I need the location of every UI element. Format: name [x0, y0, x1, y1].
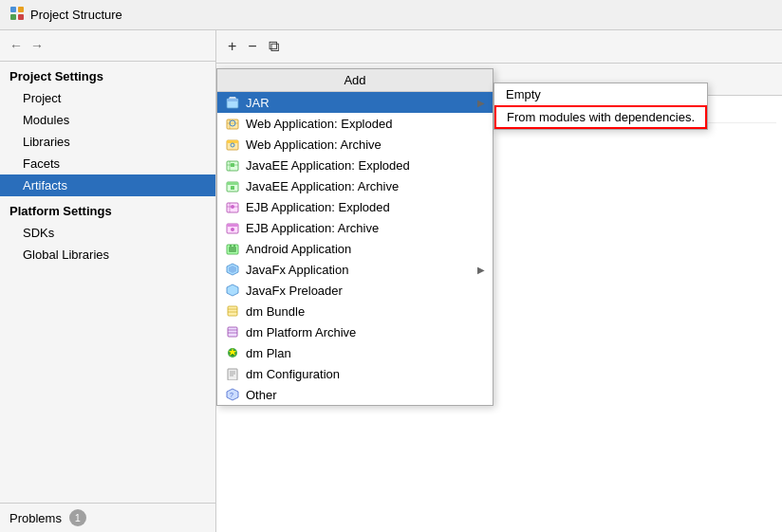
dropdown-item-javafx-app[interactable]: JavaFx Application ▶: [217, 259, 493, 280]
submenu-item-empty[interactable]: Empty: [494, 83, 707, 105]
dropdown-item-javafx-preloader-label: JavaFx Preloader: [246, 284, 343, 298]
ejb-archive-icon: [225, 220, 240, 235]
svg-rect-40: [231, 186, 234, 190]
dropdown-item-ejb-exploded[interactable]: EJB Application: Exploded: [217, 196, 493, 217]
dropdown-item-javaee-archive-label: JavaEE Application: Archive: [246, 179, 399, 193]
dropdown-item-javaee-archive[interactable]: JavaEE Application: Archive: [217, 175, 493, 196]
web-archive-icon: [225, 137, 240, 152]
dropdown-item-web-exploded-label: Web Application: Exploded: [246, 117, 392, 131]
dropdown-item-dm-platform-archive-label: dm Platform Archive: [246, 325, 356, 339]
nav-arrows: ← →: [0, 30, 215, 62]
svg-rect-39: [227, 182, 238, 185]
dropdown-item-ejb-archive-label: EJB Application: Archive: [246, 221, 379, 235]
sidebar-item-facets[interactable]: Facets: [0, 153, 215, 174]
dm-plan-icon: [225, 345, 240, 360]
nav-back-button[interactable]: ←: [9, 38, 23, 53]
dropdown-item-javaee-exploded[interactable]: JavaEE Application: Exploded: [217, 155, 493, 175]
dropdown-item-android-label: Android Application: [246, 242, 351, 256]
svg-rect-3: [18, 14, 24, 20]
javaee-exploded-icon: [225, 157, 240, 173]
dropdown-item-web-exploded[interactable]: Web Application: Exploded: [217, 113, 493, 134]
ejb-exploded-icon: [225, 199, 240, 214]
svg-rect-29: [227, 99, 238, 101]
app-icon: [9, 6, 25, 24]
dm-configuration-icon: [225, 366, 240, 381]
svg-rect-44: [227, 224, 238, 227]
problems-label: Problems: [9, 511, 62, 525]
svg-rect-58: [228, 369, 237, 380]
sidebar-item-modules[interactable]: Modules: [0, 109, 215, 131]
add-button[interactable]: +: [224, 36, 240, 57]
remove-button[interactable]: −: [244, 36, 260, 57]
dropdown-item-ejb-archive[interactable]: EJB Application: Archive: [217, 217, 493, 238]
dropdown-header: Add: [217, 69, 493, 92]
dm-platform-archive-icon: [225, 324, 240, 339]
javafx-preloader-icon: [225, 283, 240, 298]
sidebar-item-libraries[interactable]: Libraries: [0, 131, 215, 153]
svg-text:?: ?: [230, 392, 233, 398]
javafx-app-icon: [225, 262, 240, 277]
svg-point-49: [233, 245, 235, 247]
other-icon: ?: [225, 387, 240, 402]
dropdown-item-dm-bundle-label: dm Bundle: [246, 304, 305, 319]
dropdown-item-ejb-exploded-label: EJB Application: Exploded: [246, 200, 390, 214]
nav-forward-button[interactable]: →: [30, 38, 44, 53]
sidebar-item-global-libraries[interactable]: Global Libraries: [0, 244, 215, 266]
svg-rect-54: [228, 327, 237, 337]
dropdown-item-android[interactable]: Android Application: [217, 238, 493, 259]
dropdown-item-jar[interactable]: JAR ▶: [217, 92, 493, 113]
dropdown-item-dm-plan[interactable]: dm Plan: [217, 342, 493, 363]
svg-rect-0: [10, 7, 16, 12]
dropdown-item-dm-bundle[interactable]: dm Bundle: [217, 301, 493, 321]
svg-rect-2: [10, 14, 16, 20]
dropdown-item-web-archive[interactable]: Web Application: Archive: [217, 134, 493, 155]
svg-rect-47: [229, 247, 236, 252]
dropdown-item-jar-label: JAR: [246, 96, 270, 110]
svg-point-48: [230, 245, 232, 247]
problems-badge: 1: [69, 509, 86, 526]
javafx-app-arrow-icon: ▶: [477, 265, 485, 275]
svg-rect-37: [231, 163, 234, 167]
dropdown-item-dm-configuration-label: dm Configuration: [246, 367, 340, 381]
jar-icon: [225, 95, 240, 110]
sidebar: ← → Project Settings Project Modules Lib…: [0, 30, 216, 532]
jar-arrow-icon: ▶: [477, 98, 485, 108]
dropdown-item-javafx-app-label: JavaFx Application: [246, 263, 348, 277]
submenu-item-from-modules[interactable]: From modules with dependencies.: [494, 105, 707, 129]
svg-rect-53: [228, 306, 237, 316]
sidebar-item-artifacts[interactable]: Artifacts: [0, 174, 215, 196]
dropdown-item-javaee-exploded-label: JavaEE Application: Exploded: [246, 158, 410, 173]
dropdown-item-dm-plan-label: dm Plan: [246, 346, 291, 360]
copy-button[interactable]: ⧉: [265, 36, 283, 57]
svg-marker-30: [229, 97, 236, 99]
dropdown-item-javafx-preloader[interactable]: JavaFx Preloader: [217, 280, 493, 301]
web-exploded-icon: [225, 116, 240, 131]
svg-point-42: [231, 205, 234, 209]
svg-point-45: [231, 228, 234, 231]
dropdown-item-other[interactable]: ? Other: [217, 384, 493, 405]
svg-marker-52: [227, 284, 238, 296]
sidebar-item-project[interactable]: Project: [0, 87, 215, 109]
title-bar: Project Structure: [0, 0, 782, 30]
add-dropdown-menu[interactable]: Add JAR ▶: [216, 68, 493, 406]
main-container: ← → Project Settings Project Modules Lib…: [0, 30, 782, 532]
dropdown-item-dm-platform-archive[interactable]: dm Platform Archive: [217, 321, 493, 342]
sidebar-item-sdks[interactable]: SDKs: [0, 222, 215, 244]
platform-settings-header: Platform Settings: [0, 196, 215, 222]
project-settings-header: Project Settings: [0, 62, 215, 87]
jar-submenu[interactable]: Empty From modules with dependencies.: [493, 83, 708, 130]
dm-bundle-icon: [225, 303, 240, 319]
window-title: Project Structure: [30, 8, 122, 22]
dropdown-item-other-label: Other: [246, 388, 277, 402]
problems-section: Problems 1: [0, 503, 215, 532]
dropdown-item-dm-configuration[interactable]: dm Configuration: [217, 363, 493, 384]
dropdown-item-web-archive-label: Web Application: Archive: [246, 138, 382, 152]
artifacts-toolbar: + − ⧉: [216, 30, 782, 64]
android-icon: [225, 241, 240, 256]
content-area: + − ⧉ Name: Output La +: [216, 30, 782, 532]
javaee-archive-icon: [225, 178, 240, 193]
svg-rect-1: [18, 7, 24, 12]
